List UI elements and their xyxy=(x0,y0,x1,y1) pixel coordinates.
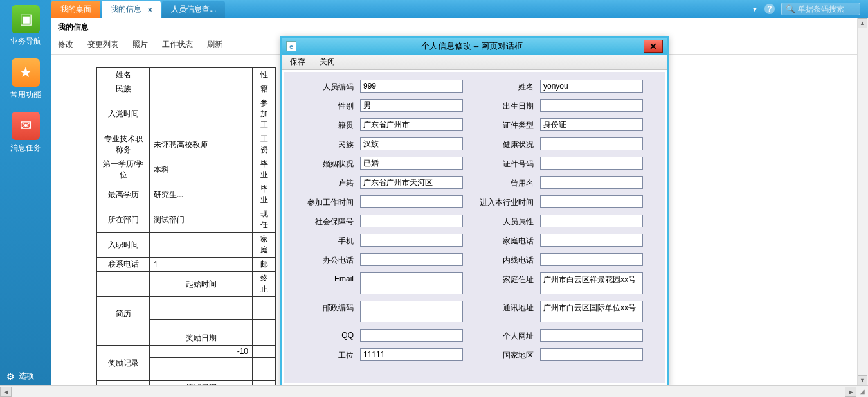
info-table: 姓名性 民族籍 入党时间参加工 专业技术职称务未评聘高校教师工资 第一学历/学位… xyxy=(96,67,276,385)
label-marriage: 婚姻状况 xyxy=(289,157,354,170)
label-homeaddr: 家庭住址 xyxy=(469,272,534,294)
input-ethnicity[interactable] xyxy=(360,137,463,150)
input-name[interactable] xyxy=(540,80,643,93)
gear-icon: ⚙ xyxy=(6,371,15,382)
menu-refresh[interactable]: 刷新 xyxy=(207,39,222,50)
dialog-titlebar[interactable]: e 个人信息修改 -- 网页对话框 ✕ xyxy=(282,38,667,55)
star-icon: ★ xyxy=(12,58,40,87)
mail-icon: ✉ xyxy=(12,112,40,140)
tab-my-info[interactable]: 我的信息 × xyxy=(102,1,161,18)
input-postcode[interactable] xyxy=(360,301,463,322)
search-input[interactable] xyxy=(798,4,856,13)
left-nav-rail: ▣ 业务导航 ★ 常用功能 ✉ 消息任务 ⚙ 选项 xyxy=(0,0,51,397)
nav-label: 消息任务 xyxy=(10,143,41,154)
edit-person-dialog: e 个人信息修改 -- 网页对话框 ✕ 保存 关闭 人员编码 姓名 性别 出生日… xyxy=(280,36,669,387)
tab-desktop[interactable]: 我的桌面 xyxy=(51,1,100,18)
tab-strip: 我的桌面 我的信息 × 人员信息查... xyxy=(51,0,226,18)
label-website: 个人网址 xyxy=(469,329,534,342)
dialog-title-text: 个人信息修改 -- 网页对话框 xyxy=(300,40,644,52)
input-nativeplace[interactable] xyxy=(360,118,463,131)
tab-person-query[interactable]: 人员信息查... xyxy=(162,1,225,18)
label-workstart: 参加工作时间 xyxy=(289,195,354,208)
input-mobile[interactable] xyxy=(360,234,463,247)
label-idtype: 证件类型 xyxy=(469,118,534,131)
close-menu-button[interactable]: 关闭 xyxy=(320,57,335,67)
scroll-up-icon[interactable]: ▲ xyxy=(858,18,867,28)
input-formername[interactable] xyxy=(540,176,643,189)
input-idtype[interactable] xyxy=(540,118,643,131)
label-name: 姓名 xyxy=(469,80,534,93)
label-personattr: 人员属性 xyxy=(469,215,534,227)
label-ssn: 社会保障号 xyxy=(289,215,354,227)
dialog-menu: 保存 关闭 xyxy=(282,55,667,70)
label-idnumber: 证件号码 xyxy=(469,157,534,170)
folder-icon: ▣ xyxy=(12,5,40,33)
barcode-search[interactable]: 🔍 xyxy=(781,3,860,15)
input-homephone[interactable] xyxy=(540,234,643,247)
input-marriage[interactable] xyxy=(360,157,463,170)
label-health: 健康状况 xyxy=(469,137,534,150)
menu-edit[interactable]: 修改 xyxy=(58,39,73,50)
input-officephone[interactable] xyxy=(360,253,463,266)
input-ssn[interactable] xyxy=(360,215,463,227)
top-bar: 我的桌面 我的信息 × 人员信息查... ▼ ? 🔍 xyxy=(51,0,868,18)
input-personattr[interactable] xyxy=(540,215,643,227)
input-innerphone[interactable] xyxy=(540,253,643,266)
label-postcode: 邮政编码 xyxy=(289,301,354,322)
label-ethnicity: 民族 xyxy=(289,137,354,150)
close-button[interactable]: ✕ xyxy=(644,40,663,53)
form-grid: 人员编码 姓名 性别 出生日期 籍贯 证件类型 民族 健康状况 婚姻状况 证件号… xyxy=(289,80,660,361)
label-mailaddr: 通讯地址 xyxy=(469,301,534,322)
label-email: Email xyxy=(289,272,354,294)
label-qq: QQ xyxy=(289,329,354,342)
input-health[interactable] xyxy=(540,137,643,150)
nav-label: 业务导航 xyxy=(10,36,41,47)
input-homeaddr[interactable]: 广州市白云区祥景花园xx号 xyxy=(540,272,643,294)
input-industrystart[interactable] xyxy=(540,195,643,208)
input-gender[interactable] xyxy=(360,99,463,112)
save-button[interactable]: 保存 xyxy=(290,57,305,67)
input-qq[interactable] xyxy=(360,329,463,342)
nav-item-business[interactable]: ▣ 业务导航 xyxy=(10,5,41,47)
input-personcode[interactable] xyxy=(360,80,463,93)
content-vscroll[interactable]: ▲ ▼ xyxy=(857,18,868,385)
label-innerphone: 内线电话 xyxy=(469,253,534,266)
label-mobile: 手机 xyxy=(289,234,354,247)
scroll-left-icon[interactable]: ◀ xyxy=(0,387,12,397)
chevron-down-icon[interactable]: ▼ xyxy=(752,6,758,13)
input-residence[interactable] xyxy=(360,176,463,189)
nav-item-messages[interactable]: ✉ 消息任务 xyxy=(10,112,41,154)
menu-photo[interactable]: 照片 xyxy=(132,39,148,50)
topbar-right: ▼ ? 🔍 xyxy=(752,0,868,18)
label-nativeplace: 籍贯 xyxy=(289,118,354,131)
input-workunit[interactable] xyxy=(360,348,463,361)
input-idnumber[interactable] xyxy=(540,157,643,170)
menu-workstatus[interactable]: 工作状态 xyxy=(162,39,193,50)
search-icon: 🔍 xyxy=(786,4,795,13)
label-residence: 户籍 xyxy=(289,176,354,189)
label-officephone: 办公电话 xyxy=(289,253,354,266)
input-country[interactable] xyxy=(540,348,643,361)
input-mailaddr[interactable]: 广州市白云区国际单位xx号 xyxy=(540,301,643,322)
label-homephone: 家庭电话 xyxy=(469,234,534,247)
input-website[interactable] xyxy=(540,329,643,342)
page-title: 我的信息 xyxy=(51,18,868,35)
label-birthdate: 出生日期 xyxy=(469,99,534,112)
dialog-body: 人员编码 姓名 性别 出生日期 籍贯 证件类型 民族 健康状况 婚姻状况 证件号… xyxy=(284,72,665,383)
horizontal-scrollbar[interactable]: ◀ ▶ ◢ xyxy=(0,385,868,397)
options-label: 选项 xyxy=(19,371,34,382)
scroll-down-icon[interactable]: ▼ xyxy=(858,375,867,385)
input-workstart[interactable] xyxy=(360,195,463,208)
close-icon[interactable]: × xyxy=(148,6,152,13)
label-workunit: 工位 xyxy=(289,348,354,361)
label-formername: 曾用名 xyxy=(469,176,534,189)
resize-grip-icon: ◢ xyxy=(856,387,868,397)
scroll-right-icon[interactable]: ▶ xyxy=(845,387,856,397)
label-country: 国家地区 xyxy=(469,348,534,361)
nav-item-favorites[interactable]: ★ 常用功能 xyxy=(10,58,41,100)
input-birthdate[interactable] xyxy=(540,99,643,112)
input-email[interactable] xyxy=(360,272,463,294)
menu-changelist[interactable]: 变更列表 xyxy=(87,39,118,50)
help-icon[interactable]: ? xyxy=(764,4,775,14)
label-personcode: 人员编码 xyxy=(289,80,354,93)
